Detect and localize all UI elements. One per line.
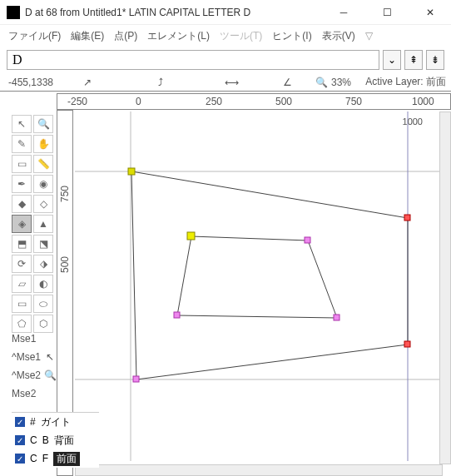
svg-rect-7	[404, 215, 410, 221]
ruler-tool[interactable]: 📏	[33, 155, 53, 173]
maximize-button[interactable]: ☐	[373, 3, 401, 22]
menu-hint[interactable]: ヒント(I)	[272, 29, 311, 43]
checkbox-icon[interactable]: ✓	[15, 454, 25, 464]
rect-tool[interactable]: ▭	[12, 295, 32, 313]
width-icon: ⟷	[225, 77, 239, 88]
svg-rect-9	[133, 376, 139, 382]
checkbox-icon[interactable]: ✓	[15, 435, 25, 445]
menu-point[interactable]: 点(P)	[114, 29, 137, 43]
svg-marker-5	[177, 236, 337, 318]
freehand-tool[interactable]: ✎	[12, 135, 32, 153]
svg-rect-8	[404, 341, 410, 347]
rotate-tool[interactable]: ⟳	[12, 255, 32, 273]
close-button[interactable]: ✕	[416, 3, 444, 22]
menu-bar: ファイル(F) 編集(E) 点(P) エレメント(L) ツール(T) ヒント(I…	[0, 25, 451, 47]
app-icon	[7, 6, 20, 19]
layer-fore[interactable]: ✓ CF前面	[12, 449, 99, 468]
horizontal-scrollbar[interactable]	[75, 464, 443, 476]
menu-edit[interactable]: 編集(E)	[71, 29, 104, 43]
tangent-icon: ↗	[83, 77, 92, 88]
horizontal-ruler: -250 0 250 500 750 1000	[57, 93, 451, 110]
scale-tool[interactable]: ⬒	[12, 235, 32, 253]
checkbox-icon[interactable]: ✓	[15, 417, 25, 427]
rotate3d-tool[interactable]: ◐	[33, 275, 53, 293]
window-title: D at 68 from Untitled1* LATIN CAPITAL LE…	[25, 7, 330, 18]
skew-tool[interactable]: ⬗	[33, 255, 53, 273]
svg-rect-10	[187, 232, 195, 240]
tangent-point-tool[interactable]: ▲	[33, 215, 53, 233]
vertical-scrollbar[interactable]	[439, 112, 451, 464]
advance-width-label: 1000	[403, 117, 423, 126]
info-bar: -455,1338 ↗ ⤴ ⟷ ∠ 🔍33% Active Layer: 前面	[0, 73, 451, 92]
svg-rect-11	[305, 237, 310, 243]
svg-rect-13	[174, 312, 180, 318]
glyph-canvas[interactable]: 1000	[75, 112, 443, 468]
next-glyph-button[interactable]: ⇟	[426, 50, 444, 70]
layer-panel: ✓ #ガイト ✓ CB背面 ✓ CF前面	[12, 412, 99, 468]
curve-point-tool[interactable]: ◆	[12, 195, 32, 213]
toolbox: ↖ 🔍 ✎ ✋ ▭ 📏 ✒ ◉ ◆ ◇ ◈ ▲ ⬒ ⬔ ⟳ ⬗ ▱ ◐ ▭ ⬭ …	[12, 115, 55, 333]
layer-guide[interactable]: ✓ #ガイト	[12, 413, 99, 431]
svg-rect-12	[334, 315, 339, 320]
svg-marker-4	[131, 171, 408, 379]
hand-tool[interactable]: ✋	[33, 135, 53, 153]
active-layer[interactable]: Active Layer: 前面	[365, 75, 446, 89]
glyph-dropdown-button[interactable]: ⌄	[383, 50, 401, 70]
pointer-tool[interactable]: ↖	[12, 115, 32, 133]
magnify-tool[interactable]: 🔍	[33, 115, 53, 133]
pen-tool[interactable]: ✒	[12, 175, 32, 193]
glyph-input-row: ⌄ ⇞ ⇟	[0, 47, 451, 73]
perspective-tool[interactable]: ▱	[12, 275, 32, 293]
glyph-drawing	[75, 112, 441, 461]
menu-element[interactable]: エレメント(L)	[147, 29, 210, 43]
flip-tool[interactable]: ⬔	[33, 235, 53, 253]
layer-back[interactable]: ✓ CB背面	[12, 431, 99, 449]
corner-point-tool[interactable]: ◈	[12, 215, 32, 233]
glyph-input[interactable]	[7, 50, 379, 70]
menu-view[interactable]: 表示(V)	[322, 29, 355, 43]
menu-overflow-icon[interactable]: ▽	[365, 30, 373, 42]
ellipse-tool[interactable]: ⬭	[33, 295, 53, 313]
minimize-button[interactable]: ─	[330, 3, 358, 22]
svg-rect-6	[128, 168, 135, 175]
title-bar: D at 68 from Untitled1* LATIN CAPITAL LE…	[0, 0, 451, 25]
menu-file[interactable]: ファイル(F)	[8, 29, 61, 43]
cursor-coords: -455,1338	[8, 77, 53, 88]
spiro-tool[interactable]: ◉	[33, 175, 53, 193]
menu-tool: ツール(T)	[220, 29, 262, 43]
mouse-indicator: Mse1 ^Mse1 ↖ ^Mse2 🔍 Mse2	[12, 330, 62, 403]
zoom-level[interactable]: 🔍33%	[315, 77, 351, 88]
prev-glyph-button[interactable]: ⇞	[404, 50, 423, 70]
curve-icon: ⤴	[158, 77, 163, 88]
knife-tool[interactable]: ▭	[12, 155, 32, 173]
angle-icon: ∠	[283, 77, 292, 88]
hv-curve-tool[interactable]: ◇	[33, 195, 53, 213]
